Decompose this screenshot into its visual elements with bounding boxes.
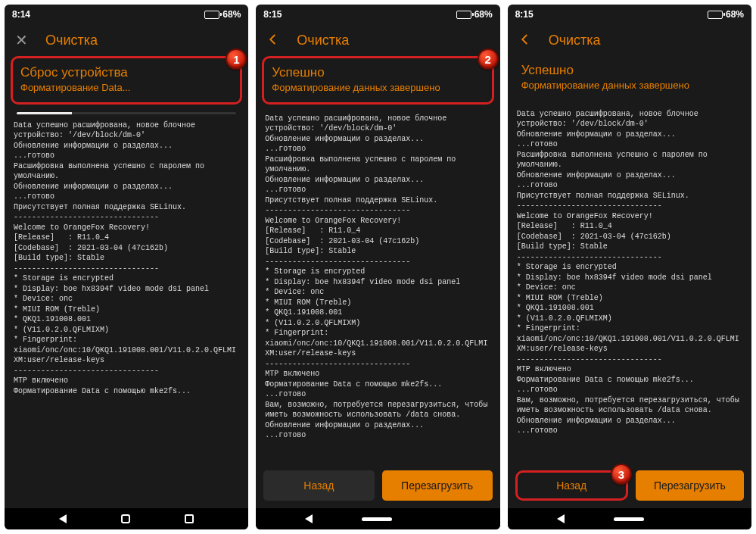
bottom-buttons: НазадПерезагрузить	[256, 463, 499, 508]
header-title: Очистка	[45, 33, 98, 48]
status-battery: 68%	[708, 9, 744, 20]
reboot-button-label: Перезагрузить	[401, 479, 473, 492]
annotation-badge: 1	[226, 48, 247, 70]
android-navbar	[508, 508, 751, 529]
nav-home-icon[interactable]	[614, 517, 644, 521]
nav-recent-icon[interactable]	[442, 514, 451, 523]
status-bar: 8:15 68%	[256, 5, 499, 24]
phone-screen-3: 8:15 68% Очистка Успешно Форматирование …	[508, 5, 751, 529]
banner-title: Сброс устройства	[20, 64, 232, 80]
reboot-button[interactable]: Перезагрузить	[382, 470, 493, 501]
phone-screen-1: 8:14 68% ✕Очистка Сброс устройства Форма…	[5, 5, 248, 529]
status-time: 8:15	[515, 9, 534, 20]
console-log: Data успешно расшифрована, новое блочное…	[5, 114, 248, 509]
status-time: 8:14	[12, 9, 30, 20]
nav-back-icon[interactable]	[557, 514, 565, 523]
back-button[interactable]: Назад3	[515, 470, 628, 501]
annotation-badge: 3	[611, 464, 632, 485]
bottom-buttons: Назад3Перезагрузить	[508, 463, 751, 508]
phone-screen-2: 8:15 68% Очистка Успешно Форматирование …	[256, 5, 499, 529]
battery-pct: 68%	[474, 9, 493, 20]
android-navbar	[256, 508, 499, 529]
nav-recent-icon[interactable]	[693, 514, 702, 523]
status-time: 8:15	[263, 9, 282, 20]
battery-icon	[204, 11, 219, 19]
header: Очистка	[256, 24, 499, 56]
back-button-label: Назад	[303, 479, 334, 492]
header: ✕Очистка	[5, 24, 248, 56]
status-bar: 8:15 68%	[508, 5, 751, 24]
close-icon[interactable]: ✕	[15, 33, 30, 48]
battery-pct: 68%	[726, 9, 744, 20]
back-arrow-icon[interactable]	[518, 33, 534, 48]
nav-back-icon[interactable]	[305, 514, 313, 523]
back-arrow-icon[interactable]	[266, 33, 282, 48]
banner-subtitle: Форматирование данных завершено	[272, 82, 484, 94]
nav-home-icon[interactable]	[121, 514, 130, 523]
battery-icon	[456, 11, 471, 19]
status-banner: Успешно Форматирование данных завершено	[514, 56, 745, 100]
status-banner: Успешно Форматирование данных завершено2	[262, 56, 493, 105]
back-button[interactable]: Назад	[263, 470, 374, 501]
header: Очистка	[508, 24, 751, 56]
banner-title: Успешно	[272, 64, 484, 80]
battery-icon	[708, 11, 723, 19]
nav-recent-icon[interactable]	[185, 514, 194, 523]
header-title: Очистка	[549, 33, 601, 48]
banner-title: Успешно	[521, 62, 738, 78]
reboot-button-label: Перезагрузить	[654, 479, 726, 492]
console-log: Data успешно расшифрована, новое блочное…	[508, 103, 751, 464]
android-navbar	[5, 508, 248, 529]
banner-subtitle: Форматирование Data...	[20, 82, 232, 94]
status-battery: 68%	[456, 9, 493, 20]
reboot-button[interactable]: Перезагрузить	[636, 470, 744, 501]
status-banner: Сброс устройства Форматирование Data...1	[11, 56, 242, 105]
status-bar: 8:14 68%	[5, 5, 248, 24]
battery-pct: 68%	[222, 9, 241, 20]
console-log: Data успешно расшифрована, новое блочное…	[256, 108, 499, 464]
nav-home-icon[interactable]	[362, 517, 392, 521]
status-battery: 68%	[204, 9, 241, 20]
header-title: Очистка	[297, 33, 349, 48]
banner-subtitle: Форматирование данных завершено	[521, 80, 738, 92]
back-button-label: Назад	[556, 479, 586, 492]
nav-back-icon[interactable]	[59, 514, 67, 523]
annotation-badge: 2	[478, 48, 499, 70]
